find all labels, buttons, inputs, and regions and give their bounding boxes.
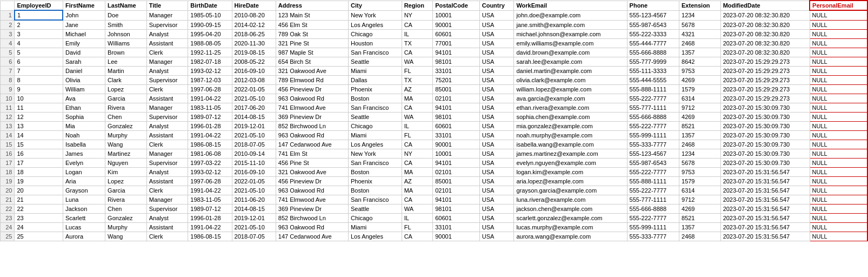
cell-address[interactable]: 963 Oakwood Rd xyxy=(276,131,348,140)
cell-workEmail[interactable]: scarlett.gonzalez@example.com xyxy=(514,214,627,223)
cell-country[interactable]: USA xyxy=(479,103,514,113)
cell-personalEmail[interactable]: NULL xyxy=(810,232,867,241)
cell-hireDate[interactable]: 2011-06-20 xyxy=(232,195,276,205)
cell-lastName[interactable]: Wang xyxy=(105,232,147,241)
cell-extension[interactable]: 1579 xyxy=(679,85,721,94)
cell-extension[interactable]: 9712 xyxy=(679,103,721,113)
cell-title[interactable]: Manager xyxy=(146,103,188,113)
cell-workEmail[interactable]: william.lopez@example.com xyxy=(514,85,627,94)
cell-hireDate[interactable]: 2021-05-10 xyxy=(232,94,276,103)
cell-firstName[interactable]: Luna xyxy=(63,195,105,205)
cell-region[interactable]: IL xyxy=(402,122,433,131)
cell-birthDate[interactable]: 1989-07-12 xyxy=(188,205,232,214)
cell-personalEmail[interactable]: NULL xyxy=(810,168,867,177)
cell-region[interactable]: CA xyxy=(402,232,433,241)
cell-personalEmail[interactable]: NULL xyxy=(810,39,867,48)
cell-birthDate[interactable]: 1997-03-22 xyxy=(188,159,232,168)
cell-postalCode[interactable]: 02101 xyxy=(433,168,479,177)
cell-lastName[interactable]: Clark xyxy=(105,76,147,85)
cell-title[interactable]: Assistant xyxy=(146,94,188,103)
cell-postalCode[interactable]: 98101 xyxy=(433,57,479,67)
cell-phone[interactable]: 555-999-1111 xyxy=(627,131,679,140)
cell-country[interactable]: USA xyxy=(479,140,514,149)
cell-personalEmail[interactable]: NULL xyxy=(810,149,867,159)
cell-lastName[interactable]: Johnson xyxy=(105,30,147,39)
cell-employeeId[interactable]: 18 xyxy=(15,168,63,177)
cell-modifiedDate[interactable]: 2023-07-20 15:29:29.273 xyxy=(720,57,810,67)
cell-region[interactable]: CA xyxy=(402,140,433,149)
cell-workEmail[interactable]: aria.lopez@example.com xyxy=(514,177,627,186)
cell-postalCode[interactable]: 90001 xyxy=(433,140,479,149)
cell-address[interactable]: 963 Oakwood Rd xyxy=(276,186,348,195)
cell-firstName[interactable]: Michael xyxy=(63,30,105,39)
cell-postalCode[interactable]: 02101 xyxy=(433,186,479,195)
cell-extension[interactable]: 9712 xyxy=(679,195,721,205)
cell-city[interactable]: Miami xyxy=(348,223,402,232)
cell-birthDate[interactable]: 1989-07-12 xyxy=(188,113,232,122)
cell-phone[interactable]: 555-666-8888 xyxy=(627,48,679,57)
cell-employeeId[interactable]: 6 xyxy=(15,57,63,67)
cell-region[interactable]: TX xyxy=(402,39,433,48)
cell-title[interactable]: Clerk xyxy=(146,232,188,241)
cell-country[interactable]: USA xyxy=(479,76,514,85)
cell-modifiedDate[interactable]: 2023-07-20 15:31:56.547 xyxy=(720,195,810,205)
table-row[interactable]: 2525AuroraWangClerk1986-08-152018-07-051… xyxy=(1,232,868,241)
cell-employeeId[interactable]: 8 xyxy=(15,76,63,85)
cell-region[interactable]: FL xyxy=(402,131,433,140)
cell-lastName[interactable]: Lee xyxy=(105,57,147,67)
table-row[interactable]: 1616JamesMartinezManager1981-06-082010-0… xyxy=(1,149,868,159)
cell-extension[interactable]: 4321 xyxy=(679,30,721,39)
cell-city[interactable]: Houston xyxy=(348,39,402,48)
cell-lastName[interactable]: Martinez xyxy=(105,149,147,159)
cell-title[interactable]: Analyst xyxy=(146,168,188,177)
cell-country[interactable]: USA xyxy=(479,177,514,186)
cell-country[interactable]: USA xyxy=(479,20,514,30)
cell-hireDate[interactable]: 2022-01-05 xyxy=(232,85,276,94)
cell-workEmail[interactable]: logan.kim@example.com xyxy=(514,168,627,177)
cell-rowNum[interactable]: 25 xyxy=(1,232,15,241)
cell-personalEmail[interactable]: NULL xyxy=(810,76,867,85)
cell-title[interactable]: Clerk xyxy=(146,140,188,149)
cell-country[interactable]: USA xyxy=(479,131,514,140)
cell-personalEmail[interactable]: NULL xyxy=(810,122,867,131)
cell-firstName[interactable]: Isabella xyxy=(63,140,105,149)
cell-postalCode[interactable]: 60601 xyxy=(433,30,479,39)
cell-firstName[interactable]: Lucas xyxy=(63,223,105,232)
table-row[interactable]: 2222JacksonChenSupervisor1989-07-122014-… xyxy=(1,205,868,214)
cell-lastName[interactable]: Gonzalez xyxy=(105,122,147,131)
cell-rowNum[interactable]: 2 xyxy=(1,20,15,30)
cell-lastName[interactable]: Nguyen xyxy=(105,159,147,168)
cell-city[interactable]: Chicago xyxy=(348,214,402,223)
table-row[interactable]: 44EmilyWilliamsAssistant1988-08-052020-1… xyxy=(1,39,868,48)
cell-personalEmail[interactable]: NULL xyxy=(810,103,867,113)
cell-region[interactable]: CA xyxy=(402,159,433,168)
table-row[interactable]: 1414NoahMurphyAssistant1991-04-222021-05… xyxy=(1,131,868,140)
cell-lastName[interactable]: Garcia xyxy=(105,94,147,103)
cell-city[interactable]: Chicago xyxy=(348,122,402,131)
cell-modifiedDate[interactable]: 2023-07-20 15:31:56.547 xyxy=(720,177,810,186)
cell-city[interactable]: New York xyxy=(348,149,402,159)
cell-address[interactable]: 852 Birchwood Ln xyxy=(276,214,348,223)
cell-postalCode[interactable]: 75201 xyxy=(433,76,479,85)
table-row[interactable]: 1515IsabellaWangClerk1986-08-152018-07-0… xyxy=(1,140,868,149)
cell-lastName[interactable]: Lopez xyxy=(105,177,147,186)
cell-modifiedDate[interactable]: 2023-07-20 15:30:09.730 xyxy=(720,113,810,122)
cell-postalCode[interactable]: 98101 xyxy=(433,113,479,122)
cell-phone[interactable]: 555-888-1111 xyxy=(627,85,679,94)
cell-rowNum[interactable]: 17 xyxy=(1,159,15,168)
cell-city[interactable]: Los Angeles xyxy=(348,140,402,149)
cell-city[interactable]: San Francisco xyxy=(348,103,402,113)
cell-address[interactable]: 789 Elmwood Rd xyxy=(276,76,348,85)
cell-title[interactable]: Analyst xyxy=(146,67,188,76)
cell-personalEmail[interactable]: NULL xyxy=(810,177,867,186)
cell-personalEmail[interactable]: NULL xyxy=(810,140,867,149)
cell-postalCode[interactable]: 94101 xyxy=(433,159,479,168)
cell-rowNum[interactable]: 11 xyxy=(1,103,15,113)
cell-employeeId[interactable]: 10 xyxy=(15,94,63,103)
cell-modifiedDate[interactable]: 2023-07-20 15:29:29.273 xyxy=(720,76,810,85)
cell-postalCode[interactable]: 60601 xyxy=(433,214,479,223)
cell-country[interactable]: USA xyxy=(479,10,514,20)
cell-birthDate[interactable]: 1993-02-12 xyxy=(188,168,232,177)
cell-hireDate[interactable]: 2021-05-10 xyxy=(232,223,276,232)
cell-rowNum[interactable]: 21 xyxy=(1,195,15,205)
